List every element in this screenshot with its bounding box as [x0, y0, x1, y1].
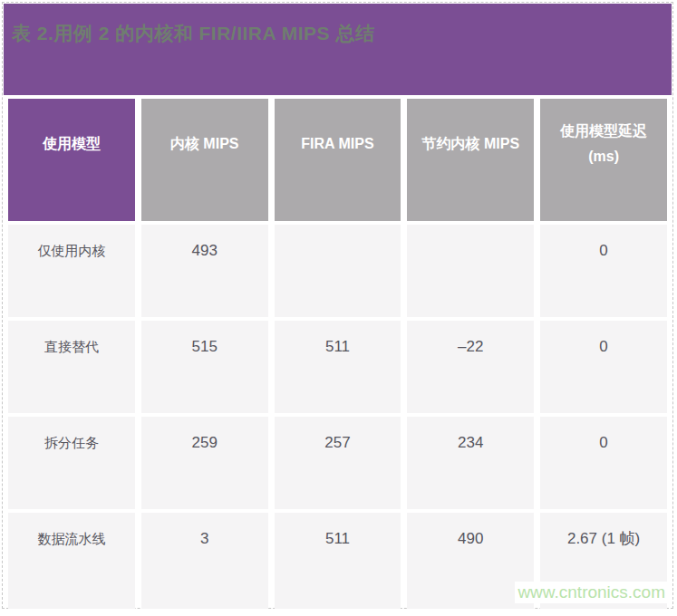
header-cell-latency: 使用模型延迟 (ms)	[540, 99, 667, 221]
value-cell-latency: 0	[540, 225, 667, 317]
header-cell-kernel-mips: 内核 MIPS	[141, 99, 268, 221]
value-cell-latency: 0	[540, 321, 667, 413]
value-cell-kernel-mips: 493	[141, 225, 268, 317]
value-cell-saved-mips: 234	[407, 417, 534, 509]
header-label: 使用模型延迟 (ms)	[560, 119, 647, 169]
header-cell-fira-mips: FIRA MIPS	[275, 99, 401, 221]
value-cell-fira-mips: 511	[275, 321, 401, 413]
header-cell-saved-kernel-mips: 节约内核 MIPS	[407, 99, 534, 221]
value-cell-kernel-mips: 259	[141, 417, 268, 509]
value-cell-kernel-mips: 515	[141, 321, 268, 413]
watermark: www.cntronics.com	[515, 582, 668, 603]
value-cell-kernel-mips: 3	[141, 513, 268, 609]
value-cell-fira-mips: 257	[275, 417, 401, 509]
header-label: 使用模型	[43, 119, 101, 169]
table-caption: 表 2.用例 2 的内核和 FIR/IIRA MIPS 总结	[12, 22, 672, 45]
header-label: 节约内核 MIPS	[422, 119, 520, 169]
row-label-cell: 数据流水线	[8, 513, 135, 609]
value-cell-saved-mips	[407, 225, 534, 317]
page-frame: 表 2.用例 2 的内核和 FIR/IIRA MIPS 总结 使用模型 内核 M…	[2, 2, 673, 609]
value-cell-fira-mips: 511	[275, 513, 401, 609]
value-cell-latency: 0	[540, 417, 667, 509]
row-label-cell: 仅使用内核	[8, 225, 135, 317]
value-cell-fira-mips	[275, 225, 401, 317]
header-label: FIRA MIPS	[301, 119, 373, 169]
row-label-cell: 直接替代	[8, 321, 135, 413]
header-label: 内核 MIPS	[170, 119, 239, 169]
table-caption-band: 表 2.用例 2 的内核和 FIR/IIRA MIPS 总结	[4, 4, 672, 95]
mips-summary-table: 使用模型 内核 MIPS FIRA MIPS 节约内核 MIPS 使用模	[8, 99, 667, 609]
value-cell-saved-mips: –22	[407, 321, 534, 413]
header-cell-usage-model: 使用模型	[8, 99, 135, 221]
row-label-cell: 拆分任务	[8, 417, 135, 509]
